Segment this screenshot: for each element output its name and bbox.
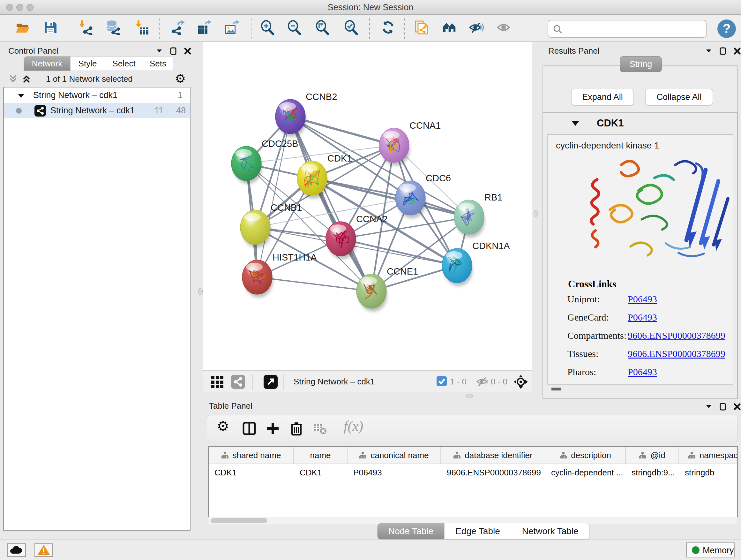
network-canvas[interactable]: CCNB2CCNA1CDC25BCDK1CDC6RB1CCNB1CCNA2CDK… — [203, 42, 532, 370]
gear-icon[interactable]: ⚙ — [175, 71, 186, 85]
crosslink-link[interactable]: 9606.ENSP00000378699 — [628, 330, 725, 341]
tab-style[interactable]: Style — [71, 57, 105, 71]
cell-database-identifier[interactable]: 9606.ENSP00000378699 — [441, 464, 545, 481]
results-scrollbar-thumb[interactable] — [551, 388, 561, 390]
home-networks-icon[interactable] — [442, 20, 457, 35]
import-table-icon[interactable] — [134, 20, 149, 35]
left-splitter-handle[interactable] — [198, 288, 203, 295]
node-RB1[interactable]: RB1 — [454, 192, 502, 238]
tab-sets[interactable]: Sets — [143, 57, 173, 71]
selected-checkbox[interactable] — [436, 376, 447, 386]
edge-CCNB2-CCNE1[interactable] — [290, 117, 372, 291]
node-CCNE1[interactable]: CCNE1 — [356, 266, 418, 312]
function-builder-icon[interactable]: f(x) — [344, 418, 363, 434]
network-badge-icon[interactable] — [231, 375, 245, 389]
node-CCNA1[interactable]: CCNA1 — [379, 120, 441, 166]
cell-name[interactable]: CDK1 — [294, 464, 347, 481]
add-column-icon[interactable] — [265, 421, 280, 436]
column-header-namespace[interactable]: namespace — [679, 447, 738, 463]
network-row[interactable]: String Network – cdk1 11 48 — [4, 103, 190, 118]
close-panel-icon[interactable] — [184, 47, 192, 55]
close-panel-icon[interactable] — [733, 47, 741, 55]
save-session-icon[interactable] — [43, 20, 58, 35]
hide-panel-icon[interactable] — [469, 20, 484, 35]
float-panel-icon[interactable] — [705, 48, 712, 55]
maximize-panel-icon[interactable] — [719, 402, 726, 411]
crosslink-label: Uniprot: — [567, 294, 600, 305]
column-header--id[interactable]: @id — [626, 447, 679, 463]
collapse-gene-icon[interactable] — [571, 120, 580, 127]
import-network-icon[interactable] — [78, 20, 93, 35]
maximize-panel-icon[interactable] — [170, 47, 177, 55]
crosslink-link[interactable]: P06493 — [628, 294, 657, 305]
table-settings-gear-icon[interactable]: ⚙ — [217, 418, 232, 433]
column-header-shared-name[interactable]: shared name — [209, 447, 294, 463]
cell-description[interactable]: cyclin-dependent ... — [545, 464, 626, 481]
edge-HIST1H1A-CCNE1[interactable] — [257, 277, 372, 291]
memory-button[interactable]: Memory — [686, 543, 735, 557]
tab-string[interactable]: String — [620, 56, 662, 72]
node-CDKN1A[interactable]: CDKN1A — [442, 241, 510, 286]
node-HIST1H1A[interactable]: HIST1H1A — [242, 252, 317, 298]
delete-column-icon[interactable] — [289, 421, 304, 436]
network-collection-row[interactable]: String Network – cdk1 1 — [4, 87, 190, 103]
crosslink-link[interactable]: P06493 — [628, 367, 657, 377]
float-panel-icon[interactable] — [156, 48, 163, 55]
table-row[interactable]: CDK1CDK1P064939606.ENSP00000378699cyclin… — [209, 464, 738, 481]
zoom-selected-icon[interactable] — [343, 20, 359, 35]
tab-network-table[interactable]: Network Table — [511, 523, 590, 539]
help-button[interactable]: ? — [718, 19, 736, 38]
right-splitter-handle[interactable] — [534, 210, 538, 217]
export-table-icon[interactable] — [197, 20, 212, 35]
grid-view-icon[interactable] — [211, 375, 225, 389]
tab-select[interactable]: Select — [105, 57, 143, 71]
close-panel-icon[interactable] — [733, 403, 741, 411]
search-input[interactable] — [565, 22, 703, 36]
table-scrollbar-thumb[interactable] — [211, 518, 267, 523]
collapse-all-button[interactable]: Collapse All — [645, 89, 713, 105]
zoom-in-icon[interactable] — [260, 20, 275, 35]
warnings-button[interactable] — [35, 543, 53, 557]
search-box[interactable] — [548, 20, 706, 38]
tab-network[interactable]: Network — [24, 57, 71, 71]
selected-count: 1 - 0 — [450, 377, 467, 387]
refresh-icon[interactable] — [381, 20, 396, 35]
tab-edge-table[interactable]: Edge Table — [445, 523, 511, 539]
expand-all-button[interactable]: Expand All — [571, 89, 634, 105]
collection-expand-icon[interactable] — [17, 92, 25, 99]
move-network-icon[interactable] — [513, 374, 529, 389]
cell-canonical-name[interactable]: P06493 — [347, 464, 441, 481]
import-database-icon[interactable] — [105, 20, 121, 35]
network-status-dot — [16, 108, 22, 114]
delete-table-icon[interactable] — [313, 421, 328, 436]
zoom-out-icon[interactable] — [286, 20, 302, 35]
node-label: CCNB2 — [306, 91, 337, 102]
node-label: HIST1H1A — [273, 252, 317, 262]
node-CCNB1[interactable]: CCNB1 — [240, 202, 302, 248]
open-file-icon[interactable] — [15, 20, 30, 35]
bottom-splitter-handle[interactable] — [466, 394, 473, 398]
tab-node-table[interactable]: Node Table — [378, 523, 445, 539]
crosslink-link[interactable]: 9606.ENSP00000378699 — [628, 348, 725, 359]
column-header-database-identifier[interactable]: database identifier — [441, 447, 545, 463]
show-panel-icon[interactable] — [496, 20, 512, 35]
node-CCNB2[interactable]: CCNB2 — [275, 91, 337, 137]
show-columns-icon[interactable] — [242, 421, 257, 436]
float-panel-icon[interactable] — [705, 403, 712, 410]
column-header-canonical-name[interactable]: canonical name — [347, 447, 441, 463]
gene-section-header[interactable]: CDK1 — [543, 113, 737, 134]
crosslink-link[interactable]: P06493 — [628, 312, 657, 323]
cell-shared-name[interactable]: CDK1 — [209, 464, 294, 481]
clone-network-icon[interactable] — [414, 20, 429, 35]
network-view[interactable]: CCNB2CCNA1CDC25BCDK1CDC6RB1CCNB1CCNA2CDK… — [203, 42, 532, 392]
cell--id[interactable]: stringdb:9... — [626, 464, 679, 481]
column-header-name[interactable]: name — [294, 447, 347, 463]
maximize-panel-icon[interactable] — [719, 47, 726, 55]
zoom-fit-icon[interactable] — [315, 20, 330, 35]
column-header-description[interactable]: description — [545, 447, 626, 463]
export-network-icon[interactable] — [170, 20, 185, 35]
open-in-window-icon[interactable] — [264, 375, 278, 389]
cell-namespace[interactable]: stringdb — [679, 464, 738, 481]
export-image-icon[interactable] — [224, 20, 239, 35]
cloud-button[interactable] — [7, 543, 26, 557]
